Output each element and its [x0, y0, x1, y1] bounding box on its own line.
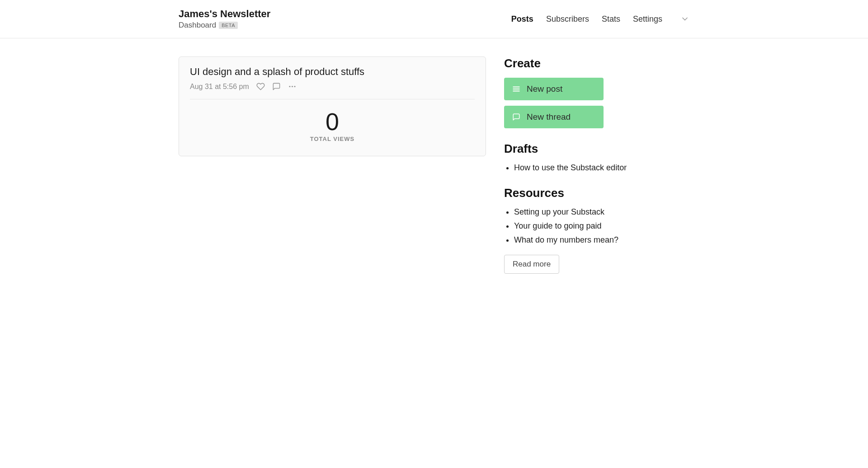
dashboard-label: Dashboard — [179, 21, 216, 30]
beta-badge: BETA — [219, 22, 238, 29]
nav-settings[interactable]: Settings — [633, 14, 662, 24]
main: UI design and a splash of product stuffs… — [179, 56, 486, 156]
newsletter-title: James's Newsletter — [179, 8, 270, 20]
post-lines-icon — [512, 85, 520, 93]
sidebar: Create New post New thread Drafts How to… — [504, 56, 667, 287]
read-more-button[interactable]: Read more — [504, 255, 559, 274]
thread-chat-icon — [512, 113, 520, 121]
header-left: James's Newsletter Dashboard BETA — [179, 8, 270, 30]
drafts-section: Drafts How to use the Substack editor — [504, 142, 667, 173]
more-icon[interactable] — [288, 82, 297, 91]
stats-number: 0 — [190, 109, 475, 134]
resources-section: Resources Setting up your Substack Your … — [504, 186, 667, 274]
container: UI design and a splash of product stuffs… — [170, 38, 698, 305]
header-inner: James's Newsletter Dashboard BETA Posts … — [170, 8, 698, 30]
new-post-button[interactable]: New post — [504, 78, 604, 100]
nav-posts[interactable]: Posts — [511, 14, 533, 24]
resource-item[interactable]: Your guide to going paid — [514, 221, 667, 231]
post-meta: Aug 31 at 5:56 pm — [190, 82, 475, 99]
drafts-heading: Drafts — [504, 142, 667, 156]
draft-item[interactable]: How to use the Substack editor — [514, 163, 667, 173]
stats-block: 0 TOTAL VIEWS — [190, 99, 475, 142]
new-thread-button[interactable]: New thread — [504, 106, 604, 128]
resources-heading: Resources — [504, 186, 667, 200]
resource-item[interactable]: Setting up your Substack — [514, 207, 667, 217]
resource-item[interactable]: What do my numbers mean? — [514, 235, 667, 245]
stats-label: TOTAL VIEWS — [190, 136, 475, 142]
comment-icon[interactable] — [272, 82, 281, 91]
new-post-label: New post — [527, 84, 562, 94]
create-section: Create New post New thread — [504, 56, 667, 128]
svg-point-1 — [292, 86, 293, 87]
svg-point-0 — [289, 86, 290, 87]
new-thread-label: New thread — [527, 112, 571, 122]
nav-stats[interactable]: Stats — [602, 14, 620, 24]
header-nav: Posts Subscribers Stats Settings — [511, 14, 689, 24]
chevron-down-icon[interactable] — [680, 14, 689, 23]
post-date: Aug 31 at 5:56 pm — [190, 83, 249, 91]
nav-subscribers[interactable]: Subscribers — [546, 14, 589, 24]
create-heading: Create — [504, 56, 667, 70]
post-title[interactable]: UI design and a splash of product stuffs — [190, 66, 475, 78]
header: James's Newsletter Dashboard BETA Posts … — [0, 0, 868, 38]
dashboard-line: Dashboard BETA — [179, 21, 270, 30]
heart-icon[interactable] — [256, 82, 265, 91]
post-card: UI design and a splash of product stuffs… — [179, 56, 486, 156]
svg-point-2 — [294, 86, 295, 87]
drafts-list: How to use the Substack editor — [504, 163, 667, 173]
resources-list: Setting up your Substack Your guide to g… — [504, 207, 667, 245]
